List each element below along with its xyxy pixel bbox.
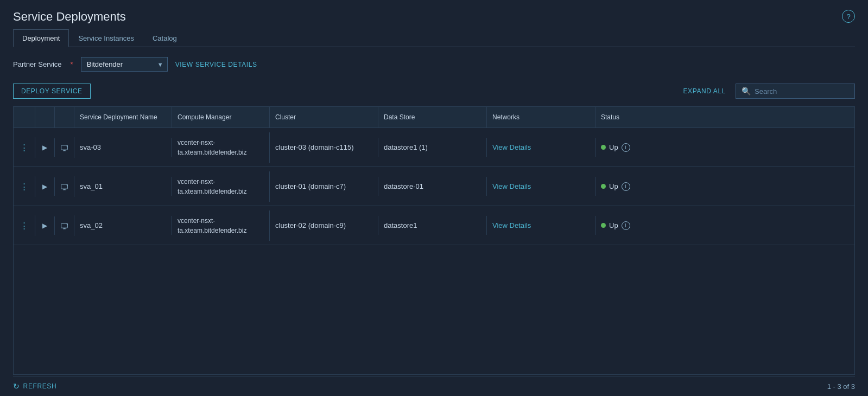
row-status-1: Up i — [595, 177, 682, 196]
col-header-expand — [35, 107, 55, 127]
expand-all-button[interactable]: EXPAND ALL — [683, 87, 726, 95]
row-datastore-0: datastore1 (1) — [378, 138, 487, 157]
row-expand-button-0[interactable]: ▶ — [35, 138, 55, 157]
view-details-link-2[interactable]: View Details — [492, 221, 531, 229]
page-title: Service Deployments — [13, 10, 855, 24]
search-input[interactable] — [755, 87, 849, 95]
status-info-icon-1[interactable]: i — [622, 182, 630, 191]
row-status-2: Up i — [595, 216, 682, 235]
col-header-menu — [14, 107, 35, 127]
row-compute-0: vcenter-nsxt-ta.xteam.bitdefender.biz — [172, 132, 270, 163]
row-compute-2: vcenter-nsxt-ta.xteam.bitdefender.biz — [172, 210, 270, 241]
row-status-0: Up i — [595, 138, 682, 157]
row-networks-2: View Details — [487, 216, 595, 235]
table-row: ⋮ ▶ sva_01 vcenter-nsxt-ta.xteam.bitdefe… — [14, 167, 854, 206]
svg-rect-0 — [61, 145, 68, 149]
status-dot-1 — [601, 184, 606, 189]
row-expand-button-2[interactable]: ▶ — [35, 216, 55, 235]
table-row: ⋮ ▶ sva-03 vcenter-nsxt-ta.xteam.bitdefe… — [14, 128, 854, 167]
col-header-icon — [55, 107, 74, 127]
row-cluster-0: cluster-03 (domain-c115) — [270, 138, 378, 157]
row-name-2: sva_02 — [74, 216, 172, 235]
table-header: Service Deployment Name Compute Manager … — [14, 107, 854, 128]
status-text-0: Up — [609, 143, 618, 151]
svg-rect-12 — [61, 223, 68, 227]
service-deployments-table: Service Deployment Name Compute Manager … — [13, 106, 855, 375]
col-header-cluster: Cluster — [270, 107, 378, 127]
tab-deployment[interactable]: Deployment — [13, 29, 69, 47]
col-header-compute: Compute Manager — [172, 107, 270, 127]
search-icon: 🔍 — [742, 87, 751, 95]
status-dot-0 — [601, 145, 606, 150]
toolbar-right: EXPAND ALL 🔍 — [683, 84, 855, 99]
view-details-link-1[interactable]: View Details — [492, 182, 531, 190]
view-service-details-link[interactable]: VIEW SERVICE DETAILS — [175, 61, 257, 68]
row-vm-icon-0 — [55, 137, 74, 158]
row-name-1: sva_01 — [74, 177, 172, 196]
toolbar: DEPLOY SERVICE EXPAND ALL 🔍 — [13, 84, 855, 99]
partner-service-row: Partner Service * Bitdefender ▼ VIEW SER… — [13, 57, 855, 72]
row-cluster-2: cluster-02 (domain-c9) — [270, 216, 378, 235]
partner-service-select[interactable]: Bitdefender — [81, 57, 168, 72]
col-header-networks: Networks — [487, 107, 595, 127]
status-dot-2 — [601, 223, 606, 228]
row-cluster-1: cluster-01 (domain-c7) — [270, 177, 378, 196]
status-info-icon-0[interactable]: i — [622, 143, 630, 152]
row-vm-icon-1 — [55, 176, 74, 197]
search-box: 🔍 — [736, 84, 855, 99]
row-datastore-2: datastore1 — [378, 216, 487, 235]
partner-service-label: Partner Service — [13, 60, 62, 68]
status-text-2: Up — [609, 221, 618, 229]
row-menu-button-2[interactable]: ⋮ — [14, 215, 35, 236]
tab-catalog[interactable]: Catalog — [143, 29, 186, 47]
required-indicator: * — [71, 60, 73, 68]
partner-service-select-wrapper: Bitdefender ▼ — [81, 57, 168, 72]
col-header-name: Service Deployment Name — [74, 107, 172, 127]
footer: ↻ REFRESH 1 - 3 of 3 — [13, 376, 855, 396]
status-text-1: Up — [609, 182, 618, 190]
row-expand-button-1[interactable]: ▶ — [35, 177, 55, 196]
table-body: ⋮ ▶ sva-03 vcenter-nsxt-ta.xteam.bitdefe… — [14, 128, 854, 374]
row-compute-1: vcenter-nsxt-ta.xteam.bitdefender.biz — [172, 171, 270, 202]
svg-rect-6 — [61, 184, 68, 188]
help-icon[interactable]: ? — [842, 10, 855, 23]
pagination-text: 1 - 3 of 3 — [827, 382, 855, 391]
view-details-link-0[interactable]: View Details — [492, 143, 531, 151]
col-header-status: Status — [595, 107, 682, 127]
refresh-button[interactable]: ↻ REFRESH — [13, 382, 56, 391]
row-menu-button-1[interactable]: ⋮ — [14, 176, 35, 197]
row-name-0: sva-03 — [74, 138, 172, 157]
row-networks-1: View Details — [487, 177, 595, 196]
col-header-datastore: Data Store — [378, 107, 487, 127]
refresh-icon: ↻ — [13, 382, 20, 391]
deploy-service-button[interactable]: DEPLOY SERVICE — [13, 84, 91, 99]
row-datastore-1: datastore-01 — [378, 177, 487, 196]
tab-service-instances[interactable]: Service Instances — [69, 29, 143, 47]
table-row: ⋮ ▶ sva_02 vcenter-nsxt-ta.xteam.bitdefe… — [14, 206, 854, 245]
tab-bar: Deployment Service Instances Catalog — [13, 29, 855, 47]
status-info-icon-2[interactable]: i — [622, 221, 630, 230]
row-menu-button-0[interactable]: ⋮ — [14, 137, 35, 158]
row-networks-0: View Details — [487, 138, 595, 157]
row-vm-icon-2 — [55, 215, 74, 236]
